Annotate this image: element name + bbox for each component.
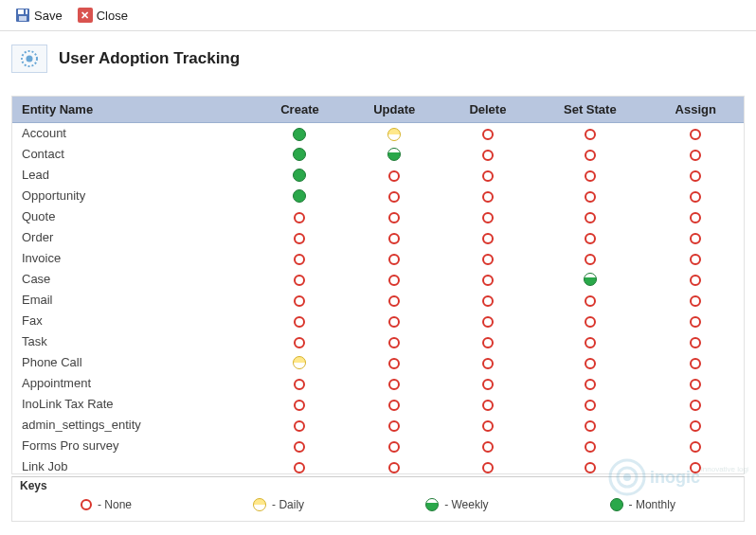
delete-cell[interactable] (443, 415, 533, 436)
setstate-cell[interactable] (532, 227, 647, 248)
setstate-cell[interactable] (532, 311, 647, 331)
update-cell[interactable] (346, 394, 443, 415)
setstate-cell[interactable] (532, 248, 647, 269)
col-header-delete[interactable]: Delete (443, 97, 533, 123)
setstate-cell[interactable] (532, 290, 647, 311)
col-header-create[interactable]: Create (254, 97, 346, 123)
close-button[interactable]: ✕ Close (72, 6, 134, 25)
delete-cell[interactable] (443, 311, 533, 331)
update-cell[interactable] (346, 311, 443, 331)
delete-cell[interactable] (443, 269, 533, 290)
delete-cell[interactable] (443, 331, 533, 352)
update-cell[interactable] (346, 290, 443, 311)
delete-cell[interactable] (443, 123, 533, 144)
update-cell[interactable] (346, 165, 443, 186)
create-cell[interactable] (254, 186, 346, 206)
assign-cell[interactable] (647, 311, 744, 331)
setstate-cell[interactable] (532, 144, 647, 165)
setstate-cell[interactable] (532, 186, 647, 206)
delete-cell[interactable] (443, 186, 533, 206)
assign-cell[interactable] (647, 331, 744, 352)
setstate-cell[interactable] (532, 415, 647, 436)
create-cell[interactable] (254, 227, 346, 248)
create-cell[interactable] (254, 456, 346, 474)
setstate-cell[interactable] (532, 436, 647, 456)
setstate-cell[interactable] (532, 206, 647, 227)
assign-cell[interactable] (647, 373, 744, 394)
assign-cell[interactable] (647, 352, 744, 373)
assign-cell[interactable] (647, 206, 744, 227)
update-cell[interactable] (346, 269, 443, 290)
create-cell[interactable] (254, 269, 346, 290)
setstate-cell[interactable] (532, 394, 647, 415)
delete-cell[interactable] (443, 248, 533, 269)
create-cell[interactable] (254, 373, 346, 394)
delete-cell[interactable] (443, 456, 533, 474)
update-cell[interactable] (346, 123, 443, 144)
col-header-update[interactable]: Update (346, 97, 443, 123)
assign-cell[interactable] (647, 248, 744, 269)
col-header-setstate[interactable]: Set State (532, 97, 647, 123)
setstate-cell[interactable] (532, 352, 647, 373)
assign-cell[interactable] (647, 415, 744, 436)
update-cell[interactable] (346, 144, 443, 165)
assign-cell[interactable] (647, 144, 744, 165)
none-icon (482, 337, 494, 348)
update-cell[interactable] (346, 415, 443, 436)
create-cell[interactable] (254, 331, 346, 352)
setstate-cell[interactable] (532, 456, 647, 474)
none-icon (388, 316, 400, 328)
delete-cell[interactable] (443, 373, 533, 394)
create-cell[interactable] (254, 206, 346, 227)
delete-cell[interactable] (443, 394, 533, 415)
assign-cell[interactable] (647, 436, 744, 456)
delete-cell[interactable] (443, 144, 533, 165)
setstate-cell[interactable] (532, 123, 647, 144)
col-header-entity[interactable]: Entity Name (12, 97, 254, 123)
delete-cell[interactable] (443, 165, 533, 186)
create-cell[interactable] (254, 144, 346, 165)
update-cell[interactable] (346, 186, 443, 206)
assign-cell[interactable] (647, 290, 744, 311)
delete-cell[interactable] (443, 206, 533, 227)
update-cell[interactable] (346, 227, 443, 248)
svg-point-6 (27, 56, 33, 62)
create-cell[interactable] (254, 165, 346, 186)
update-cell[interactable] (346, 436, 443, 456)
setstate-cell[interactable] (532, 373, 647, 394)
setstate-cell[interactable] (532, 269, 647, 290)
delete-cell[interactable] (443, 352, 533, 373)
update-cell[interactable] (346, 373, 443, 394)
create-cell[interactable] (254, 290, 346, 311)
create-cell[interactable] (254, 311, 346, 331)
update-cell[interactable] (346, 331, 443, 352)
tracking-table: Entity Name Create Update Delete Set Sta… (11, 96, 745, 474)
none-icon (690, 295, 701, 307)
update-cell[interactable] (346, 456, 443, 474)
assign-cell[interactable] (647, 186, 744, 206)
create-cell[interactable] (254, 352, 346, 373)
save-button[interactable]: Save (9, 6, 68, 25)
create-cell[interactable] (254, 394, 346, 415)
create-cell[interactable] (254, 415, 346, 436)
assign-cell[interactable] (647, 394, 744, 415)
assign-cell[interactable] (647, 165, 744, 186)
setstate-cell[interactable] (532, 165, 647, 186)
create-cell[interactable] (254, 123, 346, 144)
assign-cell[interactable] (647, 456, 744, 474)
assign-cell[interactable] (647, 227, 744, 248)
create-cell[interactable] (254, 436, 346, 456)
col-header-assign[interactable]: Assign (647, 97, 744, 123)
update-cell[interactable] (346, 248, 443, 269)
assign-cell[interactable] (647, 123, 744, 144)
update-cell[interactable] (346, 352, 443, 373)
delete-cell[interactable] (443, 436, 533, 456)
delete-cell[interactable] (443, 227, 533, 248)
create-cell[interactable] (254, 248, 346, 269)
none-icon (690, 150, 701, 161)
daily-icon (253, 498, 266, 511)
assign-cell[interactable] (647, 269, 744, 290)
update-cell[interactable] (346, 206, 443, 227)
setstate-cell[interactable] (532, 331, 647, 352)
delete-cell[interactable] (443, 290, 533, 311)
